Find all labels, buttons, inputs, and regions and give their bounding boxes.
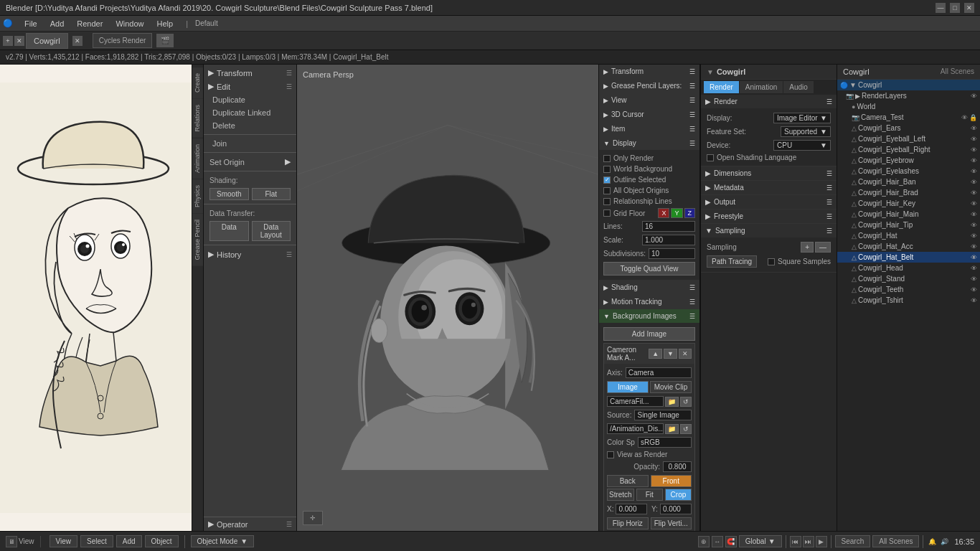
file-browse-button[interactable]: 📁 [665,397,679,407]
outline-selected-checkbox[interactable]: ✓ Outline Selected [603,174,695,185]
tree-item-hair-main[interactable]: △ Cowgirl_Hair_Main 👁 [837,209,980,220]
file-field[interactable]: CameraFil... [607,396,664,407]
lines-value[interactable]: 16 [642,221,695,232]
world-bg-checkbox[interactable]: World Background [603,164,695,174]
viewport-icon[interactable]: 🖥 [6,536,17,547]
data-layout-button[interactable]: Data Layout [252,221,291,241]
edit-header[interactable]: ▶ Edit ☰ [204,80,296,93]
movie-clip-button[interactable]: Movie Clip [650,381,692,393]
axis-x-button[interactable]: X [658,208,669,218]
cam-mark-close[interactable]: ✕ [679,349,692,359]
output-header[interactable]: ▶ Output ☰ [701,195,837,209]
tab-animation[interactable]: Animation [192,138,203,179]
cursor-icon-btn[interactable]: ⊕ [698,536,710,547]
data-button[interactable]: Data [209,221,249,241]
timeline-icon-3[interactable]: ▶ [816,536,827,547]
tree-item-cowgirl[interactable]: 🔵 ▼ Cowgirl [837,80,980,90]
add-button[interactable]: Add [116,535,142,547]
only-render-checkbox[interactable]: Only Render [603,153,695,164]
object-mode-dropdown[interactable]: Object Mode ▼ [191,535,255,547]
tree-item-head[interactable]: △ Cowgirl_Head 👁 [837,263,980,273]
x-value[interactable]: 0.000 [616,504,647,514]
maximize-button[interactable]: □ [950,3,960,13]
timeline-icon-1[interactable]: ⏮ [790,536,801,547]
flat-button[interactable]: Flat [252,188,291,200]
tree-item-eyebrow[interactable]: △ Cowgirl_Eyebrow 👁 [837,155,980,166]
relationship-lines-box[interactable] [603,198,611,205]
tree-item-ears[interactable]: △ Cowgirl_Ears 👁 [837,123,980,133]
smooth-button[interactable]: Smooth [209,188,249,200]
display-section-header[interactable]: ▼ Display ☰ [599,136,699,150]
viewport[interactable]: Camera Persp ✛ [297,65,598,531]
menu-help[interactable]: Help [151,18,179,29]
subdivisions-value[interactable]: 10 [649,248,695,259]
tree-item-eyeball-right[interactable]: △ Cowgirl_Eyeball_Right 👁 [837,144,980,155]
tree-item-hat[interactable]: △ Cowgirl_Hat 👁 [837,230,980,241]
tab-close-button[interactable]: ✕ [72,36,83,46]
engine-selector[interactable]: Cycles Render [93,33,153,48]
color-sp-value[interactable]: sRGB [638,437,692,448]
tree-item-camera-test[interactable]: 📷 Camera_Test 👁 🔒 [837,112,980,123]
transform-header[interactable]: ▶ Transform ☰ [204,66,296,80]
source-value[interactable]: Single Image [634,410,692,420]
scale-value[interactable]: 1.000 [642,235,695,245]
view-section-header[interactable]: ▶ View ☰ [599,93,699,107]
open-shading-box[interactable] [707,154,714,161]
shading-section-header[interactable]: ▶ Shading ☰ [599,281,699,294]
metadata-header[interactable]: ▶ Metadata ☰ [701,181,837,194]
operator-header[interactable]: ▶ Operator ☰ [204,517,296,531]
all-origins-box[interactable] [603,187,611,194]
sampling-add-button[interactable]: + [801,242,814,253]
axis-y-button[interactable]: Y [671,208,682,218]
transform-icon-btn[interactable]: ↔ [712,536,723,547]
tree-item-world[interactable]: ● World [837,101,980,112]
tab-options-button[interactable]: ✕ [14,36,24,46]
freestyle-header[interactable]: ▶ Freestyle ☰ [701,209,837,223]
square-samples-box[interactable] [768,258,775,265]
tab-create[interactable]: Create [192,67,203,98]
all-scenes-button[interactable]: All Scenes [872,535,919,547]
view-as-render-box[interactable] [607,451,614,458]
view-btn[interactable]: View [19,537,34,545]
display-dropdown[interactable]: Image Editor ▼ [773,113,831,123]
menu-file[interactable]: File [19,18,43,29]
axis-z-button[interactable]: Z [684,208,696,218]
tree-item-eyelashes[interactable]: △ Cowgirl_Eyelashes 👁 [837,166,980,176]
dimensions-header[interactable]: ▶ Dimensions ☰ [701,166,837,180]
flip-vert-button[interactable]: Flip Verti... [651,517,692,529]
tree-item-hair-key[interactable]: △ Cowgirl_Hair_Key 👁 [837,198,980,209]
scene-selector[interactable]: 🎬 [156,34,174,47]
cam-mark-arrow-up[interactable]: ▲ [649,349,662,359]
tree-item-hat-acc[interactable]: △ Cowgirl_Hat_Acc 👁 [837,241,980,252]
delete-item[interactable]: Delete [204,119,296,132]
grease-pencil-section-header[interactable]: ▶ Grease Pencil Layers: ☰ [599,79,699,93]
cam-mark-arrow-down[interactable]: ▼ [664,349,677,359]
tab-relations[interactable]: Relations [192,99,203,138]
item-section-header[interactable]: ▶ Item ☰ [599,122,699,136]
duplicate-item[interactable]: Duplicate [204,93,296,106]
all-origins-checkbox[interactable]: All Object Origins [603,185,695,196]
tree-item-tshirt[interactable]: △ Cowgirl_Tshirt 👁 [837,295,980,306]
search-button[interactable]: Search [835,535,871,547]
relationship-lines-checkbox[interactable]: Relationship Lines [603,196,695,207]
snap-icon-btn[interactable]: 🧲 [725,536,737,547]
device-dropdown[interactable]: CPU ▼ [773,140,831,151]
tab-grease-pencil[interactable]: Grease Pencil [192,214,203,266]
object-button[interactable]: Object [145,535,179,547]
transform-section-header[interactable]: ▶ Transform ☰ [599,65,699,78]
flip-horiz-button[interactable]: Flip Horiz [607,517,649,529]
file-path-field[interactable]: /Animation_Dis... [607,423,664,434]
timeline-icon-2[interactable]: ⏭ [803,536,814,547]
close-button[interactable]: ✕ [964,3,974,13]
global-button[interactable]: Global ▼ [739,535,782,547]
y-value[interactable]: 0.000 [660,504,692,514]
crop-button[interactable]: Crop [665,489,692,501]
open-shading-row[interactable]: Open Shading Language [707,152,831,163]
stretch-button[interactable]: Stretch [607,489,634,501]
sampling-header[interactable]: ▼ Sampling ☰ [701,224,837,237]
file-path-browse[interactable]: 📁 [665,424,679,434]
tree-item-hair-brad[interactable]: △ Cowgirl_Hair_Brad 👁 [837,187,980,198]
toggle-quad-view-button[interactable]: Toggle Quad View [603,262,695,276]
tree-item-eyeball-left[interactable]: △ Cowgirl_Eyeball_Left 👁 [837,133,980,144]
tree-item-hair-tip[interactable]: △ Cowgirl_Hair_Tip 👁 [837,220,980,230]
